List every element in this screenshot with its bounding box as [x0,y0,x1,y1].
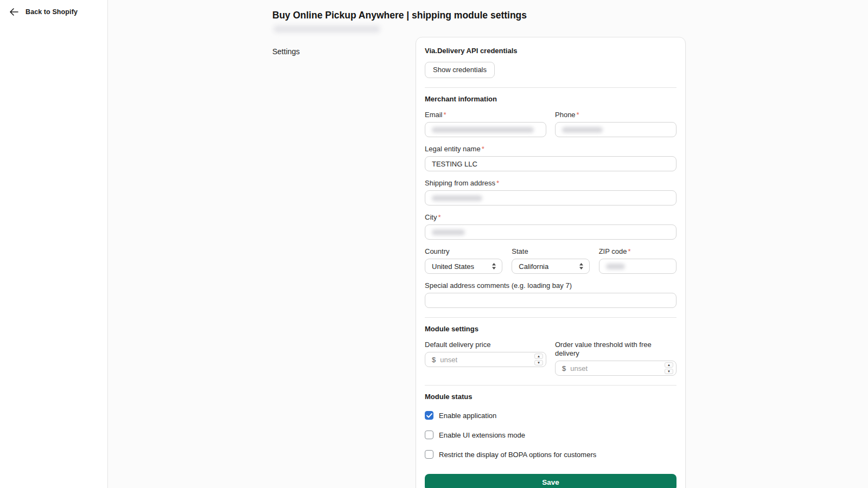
stepper-up-button[interactable]: ▲ [665,362,673,368]
currency-prefix: $ [432,356,436,364]
order-threshold-input[interactable]: $ unset ▲ ▼ [555,361,676,376]
redacted-value [432,229,465,235]
special-address-comments-input[interactable] [425,293,676,308]
phone-label: Phone* [555,111,676,119]
placeholder-text: unset [440,356,457,364]
shipping-from-address-input[interactable] [425,190,676,206]
enable-ui-extensions-checkbox[interactable]: Enable UI extensions mode [425,431,676,439]
checkbox-icon [425,450,433,459]
required-asterisk: * [482,145,484,153]
back-to-shopify-link[interactable]: Back to Shopify [0,0,107,22]
order-threshold-label: Order value threshold with free delivery [555,341,676,358]
module-settings-title: Module settings [425,325,676,333]
module-status-title: Module status [425,393,676,401]
stepper-down-button[interactable]: ▼ [534,360,543,365]
city-label: City* [425,213,676,222]
default-delivery-price-input[interactable]: $ unset ▲ ▼ [425,352,546,367]
email-input[interactable] [425,122,546,137]
placeholder-text: unset [570,364,588,373]
sidebar: Back to Shopify [0,0,108,488]
sidebar-item-settings[interactable]: Settings [272,47,300,56]
number-stepper[interactable]: ▲ ▼ [665,362,673,374]
checkbox-icon [425,431,433,439]
checkbox-label: Restrict the display of BOPA options for… [439,451,596,459]
redacted-value [432,195,482,201]
divider [425,87,676,88]
page-title: Buy Online Pickup Anywhere | shipping mo… [272,10,527,21]
main-area: Buy Online Pickup Anywhere | shipping mo… [108,0,868,488]
legal-entity-name-label: Legal entity name* [425,145,676,153]
checkbox-icon [425,411,433,420]
zip-code-input[interactable] [599,259,676,274]
required-asterisk: * [577,111,579,119]
divider [425,317,676,318]
state-label: State [512,247,589,256]
stepper-down-button[interactable]: ▼ [665,369,673,374]
country-selected-value: United States [432,262,474,271]
state-select[interactable]: California [512,259,589,274]
email-label: Email* [425,111,546,119]
city-input[interactable] [425,224,676,240]
checkbox-label: Enable application [439,412,496,420]
redacted-value [432,127,534,133]
save-button[interactable]: Save [425,474,676,488]
currency-prefix: $ [562,364,566,373]
stepper-up-button[interactable]: ▲ [534,354,543,359]
back-arrow-icon [9,8,18,16]
zip-code-label: ZIP code* [599,247,676,256]
select-arrows-icon [492,262,496,270]
required-asterisk: * [444,111,446,119]
enable-application-checkbox[interactable]: Enable application [425,411,676,420]
shipping-from-address-label: Shipping from address* [425,179,676,188]
legal-entity-name-input[interactable] [425,156,676,171]
store-url-redacted [273,25,380,33]
settings-card: Via.Delivery API credentials Show creden… [416,37,686,488]
number-stepper[interactable]: ▲ ▼ [534,354,543,365]
divider [425,385,676,386]
default-delivery-price-label: Default delivery price [425,341,546,349]
required-asterisk: * [628,247,630,255]
redacted-value [562,127,603,133]
phone-input[interactable] [555,122,676,137]
required-asterisk: * [496,179,499,187]
required-asterisk: * [438,213,441,221]
merchant-information-title: Merchant information [425,95,676,103]
state-selected-value: California [519,262,548,271]
country-label: Country [425,247,502,256]
api-credentials-title: Via.Delivery API credentials [425,47,676,55]
show-credentials-button[interactable]: Show credentials [425,62,495,78]
select-arrows-icon [579,262,584,270]
restrict-bopa-options-checkbox[interactable]: Restrict the display of BOPA options for… [425,450,676,459]
checkbox-label: Enable UI extensions mode [439,431,525,439]
back-label: Back to Shopify [25,8,78,16]
country-select[interactable]: United States [425,259,502,274]
redacted-value [606,264,625,269]
special-address-comments-label: Special address comments (e.g. loading b… [425,281,676,290]
